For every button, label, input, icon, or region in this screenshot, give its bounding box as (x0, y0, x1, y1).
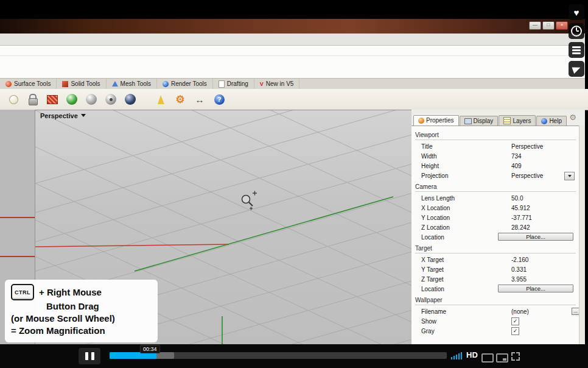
fullscreen-icon[interactable] (511, 352, 520, 361)
tool-tab-bar: Surface Tools Solid Tools Mesh Tools Ren… (0, 78, 585, 90)
panel-body: Viewport Title Perspective Width 734 Hei… (411, 126, 579, 344)
place-button[interactable]: Place... (498, 233, 573, 241)
tab-display[interactable]: Display (460, 116, 499, 126)
pause-icon (91, 352, 94, 360)
viewport-title[interactable]: Perspective (40, 112, 78, 119)
gray-sphere-icon[interactable] (84, 92, 99, 107)
help-tab-icon (541, 118, 547, 124)
property-label: Height (421, 163, 511, 169)
tab-layers[interactable]: Layers (499, 115, 536, 126)
tab-label: Render Tools (171, 80, 207, 87)
tutorial-caption: CTRL + Right Mouse Button Drag (or Mouse… (5, 280, 158, 342)
pause-button[interactable] (79, 348, 100, 364)
collections-button[interactable] (569, 42, 584, 58)
property-label: X Location (421, 205, 511, 211)
property-value[interactable]: Perspective (511, 143, 579, 150)
volume-bar (458, 353, 460, 359)
maximize-button[interactable]: □ (542, 21, 555, 30)
progress-bar[interactable]: 00:34 (110, 352, 447, 359)
tab-label: New in V5 (266, 80, 294, 87)
tab-help[interactable]: Help (536, 116, 567, 126)
volume-control[interactable] (451, 352, 462, 359)
video-frame: — □ × Surface Tools Solid Tools Mesh Too… (0, 0, 588, 368)
solid-tools-icon (62, 81, 68, 87)
tab-label: Display (474, 118, 494, 124)
tab-surface-tools[interactable]: Surface Tools (0, 79, 57, 89)
property-value[interactable]: 45.912 (511, 205, 579, 211)
viewport-menu-arrow-icon[interactable] (81, 114, 86, 119)
property-label: Z Location (421, 224, 511, 231)
caption-text: = Zoom Magnification (11, 325, 152, 337)
caption-text: (or Mouse Scroll Wheel) (11, 313, 152, 325)
tab-label: Properties (426, 117, 454, 124)
minimize-button[interactable]: — (529, 21, 541, 30)
projection-dropdown[interactable] (564, 172, 575, 180)
property-label: Projection (421, 172, 511, 179)
dimension-icon[interactable]: ↔ (192, 92, 207, 107)
property-value[interactable]: -2.160 (511, 257, 579, 263)
panel-scrollbar[interactable] (579, 126, 585, 344)
property-value[interactable]: 0.331 (511, 266, 579, 273)
watch-later-button[interactable] (569, 23, 584, 39)
gear-icon[interactable]: ⚙ (569, 113, 576, 122)
property-value[interactable]: 28.242 (511, 224, 579, 231)
gears-icon[interactable]: ⚙ (173, 92, 187, 107)
property-label: Y Target (421, 266, 511, 273)
flag-icon[interactable] (153, 92, 168, 107)
caption-text: + Right Mouse (39, 286, 102, 299)
sphere-hole-icon[interactable] (103, 92, 118, 107)
place-button[interactable]: Place... (498, 285, 573, 292)
like-button[interactable]: ♥ (569, 4, 584, 20)
tab-mesh-tools[interactable]: Mesh Tools (107, 79, 157, 89)
display-icon (464, 118, 472, 124)
tab-new-in-v5[interactable]: V New in V5 (254, 79, 300, 89)
property-value[interactable]: 734 (511, 153, 579, 160)
property-row: Z Location 28.242 (411, 222, 579, 232)
property-row: Lens Length 50.0 (411, 193, 579, 203)
window-controls: — □ × (529, 21, 568, 30)
property-label: X Target (421, 257, 511, 263)
green-sphere-icon[interactable] (65, 92, 79, 107)
section-title: Camera (415, 183, 576, 192)
layers-icon (503, 117, 511, 124)
lightbulb-icon[interactable] (6, 92, 21, 107)
show-checkbox[interactable]: ✓ (511, 317, 519, 325)
help-button[interactable]: ? (212, 92, 226, 107)
panel-tab-bar: Properties Display Layers Help (413, 115, 567, 126)
property-value[interactable]: -37.771 (511, 214, 579, 221)
tab-properties[interactable]: Properties (413, 115, 459, 126)
property-value[interactable]: 3.955 (511, 276, 579, 283)
share-button[interactable] (569, 61, 584, 77)
property-row: Y Target 0.331 (411, 264, 579, 274)
property-row: Title Perspective (411, 141, 579, 151)
tab-label: Layers (513, 118, 531, 124)
mesh-tools-icon (112, 81, 118, 87)
property-row: X Location 45.912 (411, 203, 579, 213)
tab-solid-tools[interactable]: Solid Tools (57, 79, 106, 89)
app-menu-band (0, 34, 585, 46)
app-command-band (0, 46, 585, 78)
screen-icon[interactable] (481, 353, 494, 363)
lock-icon[interactable] (26, 92, 40, 107)
pip-icon[interactable] (496, 353, 508, 363)
property-value[interactable]: 50.0 (511, 195, 579, 202)
property-value[interactable]: (none) (511, 308, 579, 315)
ramp-icon[interactable] (45, 92, 60, 107)
tab-label: Mesh Tools (121, 80, 151, 87)
tab-drafting[interactable]: Drafting (213, 79, 254, 89)
tab-render-tools[interactable]: Render Tools (157, 79, 213, 89)
x-axis-line (0, 256, 35, 257)
property-label: Gray (421, 328, 511, 334)
property-value[interactable]: 409 (511, 163, 579, 169)
section-title: Wallpaper (415, 297, 576, 305)
property-label: Lens Length (421, 195, 511, 202)
property-row: Width 734 (411, 151, 579, 161)
ctrl-key-icon: CTRL (11, 284, 34, 300)
gray-checkbox[interactable]: ✓ (511, 327, 519, 335)
tab-label: Drafting (227, 80, 248, 87)
tab-label: Help (549, 118, 562, 124)
close-button[interactable]: × (556, 21, 568, 30)
hd-badge: HD (466, 350, 478, 359)
property-row: Projection Perspective (411, 171, 579, 180)
dark-sphere-icon[interactable] (123, 92, 138, 107)
